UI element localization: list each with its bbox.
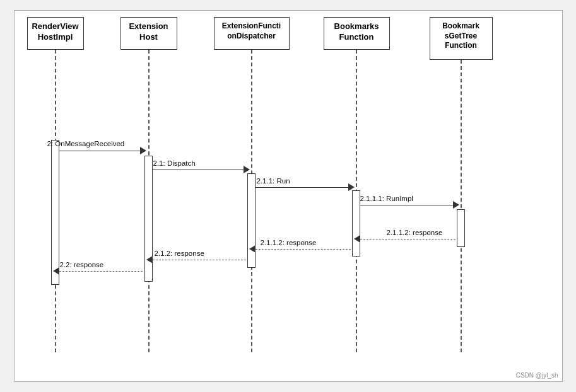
arrow-resp4-label: 2.1.1.2: response [387, 229, 443, 236]
actor-dispatcher: ExtensionFunctionDispatcher [214, 17, 290, 50]
arrow-resp4-line [360, 239, 456, 239]
arrow-dispatch-label: 2.1: Dispatch [153, 159, 196, 167]
arrow-resp3-label: 2.1.1.2: response [261, 239, 317, 246]
arrow-onmessage-label: 2: OnMessageReceived [47, 140, 125, 147]
actor-gettree: BookmarksGetTreeFunction [430, 17, 493, 60]
arrow-resp2-label: 2.1.2: response [155, 250, 204, 257]
sequence-diagram: RenderViewHostImpl ExtensionHost Extensi… [14, 10, 563, 382]
activation-dispatcher [247, 173, 256, 268]
activation-render [51, 140, 59, 285]
arrow-onmessage-line [59, 151, 143, 151]
arrow-dispatch-line [153, 170, 246, 170]
arrow-dispatch-head [244, 166, 250, 173]
watermark: CSDN @jyl_sh [516, 372, 558, 379]
arrow-resp3-head [249, 245, 256, 253]
arrow-run-label: 2.1.1: Run [257, 177, 290, 185]
arrow-resp4-head [354, 235, 360, 243]
actor-bookmarks: BookmarksFunction [324, 17, 390, 50]
arrow-runimpl-label: 2.1.1.1: RunImpl [360, 195, 413, 202]
arrow-resp1-head [53, 267, 59, 275]
arrow-resp1-line [59, 271, 143, 272]
arrow-onmessage-head [140, 147, 146, 154]
arrow-run-line [256, 187, 351, 188]
arrow-runimpl-head [453, 201, 459, 209]
arrow-runimpl-line [360, 205, 456, 205]
activation-bookmarks [352, 190, 360, 257]
arrow-run-head [348, 183, 355, 191]
arrow-resp3-line [256, 249, 351, 250]
actor-render: RenderViewHostImpl [27, 17, 84, 50]
activation-gettree [457, 209, 465, 247]
actor-extension: ExtensionHost [120, 17, 177, 50]
arrow-resp2-line [153, 260, 246, 260]
arrow-resp2-head [146, 256, 153, 263]
lifeline-gettree [461, 60, 462, 352]
arrow-resp1-label: 2.2: response [60, 261, 104, 268]
